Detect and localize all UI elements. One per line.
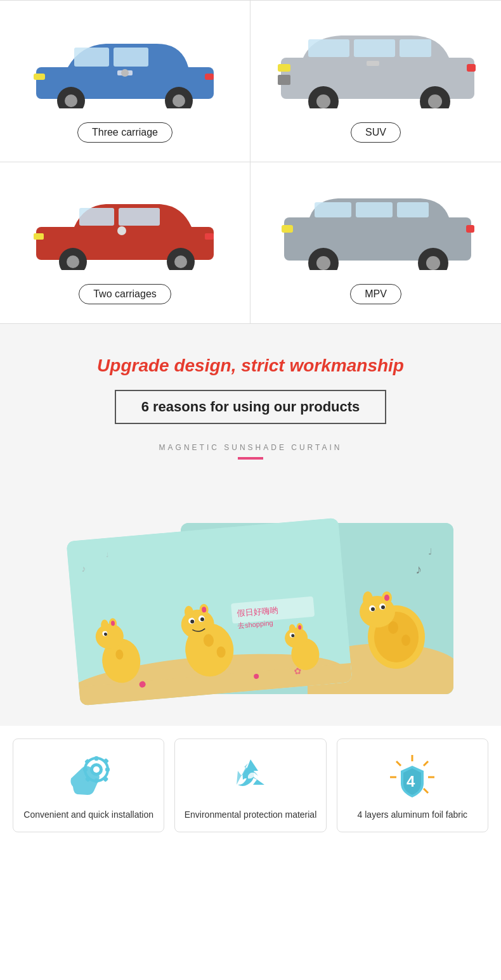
svg-point-27 bbox=[67, 255, 79, 268]
car-type-grid: Three carriage bbox=[0, 0, 501, 324]
feature-label-foil: 4 layers aluminum foil fabric bbox=[344, 809, 481, 822]
svg-rect-20 bbox=[467, 64, 476, 72]
car-image-mpv bbox=[257, 175, 495, 276]
svg-point-99 bbox=[93, 766, 100, 773]
feature-card-install: Convenient and quick installation bbox=[13, 738, 164, 832]
svg-point-52 bbox=[381, 605, 385, 609]
svg-rect-14 bbox=[400, 39, 431, 57]
reasons-box: 6 reasons for using our products bbox=[115, 390, 387, 424]
svg-rect-7 bbox=[34, 74, 45, 80]
svg-rect-103 bbox=[105, 768, 110, 771]
car-label-mpv: MPV bbox=[350, 284, 401, 304]
svg-point-4 bbox=[65, 94, 77, 107]
car-cell-suv: SUV bbox=[251, 1, 501, 162]
svg-point-57 bbox=[401, 635, 410, 646]
svg-rect-36 bbox=[397, 202, 429, 217]
upgrade-section: Upgrade design, strict workmanship 6 rea… bbox=[0, 324, 501, 504]
svg-point-56 bbox=[388, 621, 398, 634]
svg-text:4: 4 bbox=[407, 773, 415, 790]
svg-rect-41 bbox=[282, 225, 293, 233]
svg-rect-34 bbox=[315, 202, 351, 217]
svg-text:♩: ♩ bbox=[428, 546, 433, 557]
svg-point-53 bbox=[363, 591, 373, 607]
svg-point-38 bbox=[316, 256, 330, 270]
car-image-two-carriages bbox=[6, 175, 244, 276]
svg-point-40 bbox=[426, 256, 440, 270]
subtitle-text: MAGNETIC SUNSHADE CURTAIN bbox=[19, 443, 482, 452]
car-label-suv: SUV bbox=[351, 122, 401, 143]
features-grid: Convenient and quick installation Enviro… bbox=[13, 738, 488, 832]
car-image-suv bbox=[257, 13, 495, 115]
svg-point-29 bbox=[174, 255, 187, 268]
features-section: Convenient and quick installation Enviro… bbox=[0, 726, 501, 839]
svg-point-18 bbox=[428, 94, 442, 108]
car-label-two-carriages: Two carriages bbox=[79, 284, 171, 304]
svg-text:♩: ♩ bbox=[105, 551, 109, 558]
pink-bar bbox=[238, 457, 263, 460]
svg-rect-8 bbox=[205, 74, 214, 80]
svg-point-32 bbox=[117, 226, 126, 235]
svg-rect-24 bbox=[79, 208, 114, 226]
svg-point-10 bbox=[121, 69, 129, 77]
svg-rect-2 bbox=[114, 48, 148, 67]
svg-rect-1 bbox=[74, 48, 109, 67]
svg-rect-35 bbox=[356, 202, 393, 217]
svg-rect-31 bbox=[205, 233, 214, 240]
svg-rect-12 bbox=[308, 39, 349, 57]
feature-label-eco: Environmental protection material bbox=[181, 809, 319, 822]
cartoon-area: ♪ ♩ ♪ ♩ bbox=[0, 504, 501, 726]
svg-rect-42 bbox=[466, 225, 474, 233]
feature-label-install: Convenient and quick installation bbox=[20, 809, 157, 822]
svg-text:♪: ♪ bbox=[81, 564, 86, 574]
svg-rect-25 bbox=[119, 208, 160, 226]
feature-card-eco: Environmental protection material bbox=[174, 738, 326, 832]
svg-rect-21 bbox=[278, 75, 290, 85]
car-cell-two-carriages: Two carriages bbox=[0, 162, 251, 324]
car-image-three-carriage bbox=[6, 13, 244, 115]
svg-rect-22 bbox=[367, 61, 379, 66]
svg-rect-102 bbox=[83, 768, 88, 771]
svg-line-112 bbox=[396, 761, 401, 766]
svg-rect-19 bbox=[278, 64, 290, 72]
feature-icon-install bbox=[20, 752, 157, 803]
upgrade-title: Upgrade design, strict workmanship bbox=[19, 356, 482, 376]
feature-icon-foil: 4 bbox=[344, 752, 481, 803]
car-cell-three-carriage: Three carriage bbox=[0, 1, 251, 162]
svg-text:♪: ♪ bbox=[415, 562, 422, 576]
svg-point-55 bbox=[384, 595, 389, 601]
car-label-three-carriage: Three carriage bbox=[77, 122, 172, 143]
svg-point-6 bbox=[172, 94, 185, 107]
svg-rect-30 bbox=[34, 233, 44, 240]
cartoon-card-front: ♪ ♩ bbox=[66, 518, 352, 706]
svg-line-111 bbox=[424, 789, 428, 793]
svg-rect-100 bbox=[94, 756, 98, 761]
feature-icon-eco bbox=[181, 752, 319, 803]
feature-card-foil: 4 4 layers aluminum foil fabric bbox=[337, 738, 488, 832]
svg-line-109 bbox=[424, 761, 428, 766]
svg-rect-13 bbox=[354, 39, 395, 57]
cartoon-wrapper: ♪ ♩ ♪ ♩ bbox=[35, 510, 466, 707]
svg-rect-101 bbox=[94, 778, 98, 783]
car-cell-mpv: MPV bbox=[251, 162, 501, 324]
svg-point-16 bbox=[316, 94, 330, 108]
svg-point-50 bbox=[371, 607, 375, 611]
svg-text:✿: ✿ bbox=[294, 666, 302, 676]
